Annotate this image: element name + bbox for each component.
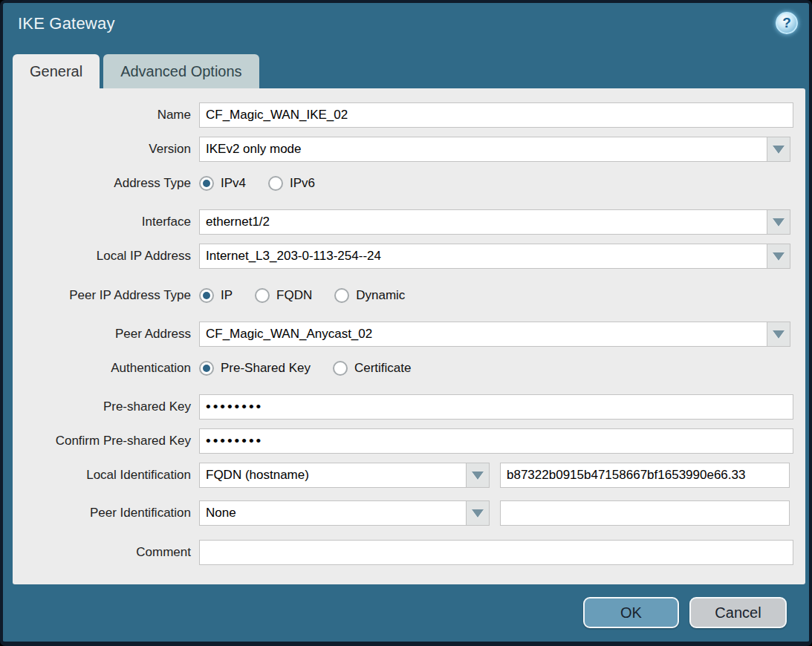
version-label: Version xyxy=(13,142,199,157)
chevron-down-icon xyxy=(773,218,785,226)
authentication-row: Authentication Pre-Shared Key Certificat… xyxy=(13,359,805,377)
local-identification-label: Local Identification xyxy=(13,468,199,483)
tab-bar: General Advanced Options xyxy=(13,54,259,89)
peer-ip-type-label: Peer IP Address Type xyxy=(13,288,199,303)
chevron-down-icon xyxy=(773,330,785,339)
confirm-pre-shared-key-row: Confirm Pre-shared Key xyxy=(13,428,805,454)
local-ip-row: Local IP Address xyxy=(13,244,805,269)
authentication-label: Authentication xyxy=(13,361,199,376)
radio-option-certificate[interactable]: Certificate xyxy=(333,361,412,376)
peer-address-dropdown[interactable] xyxy=(199,322,790,347)
tab-advanced-options[interactable]: Advanced Options xyxy=(103,54,259,88)
interface-dropdown[interactable] xyxy=(199,209,790,235)
dialog-title: IKE Gateway xyxy=(18,14,115,33)
help-icon[interactable]: ? xyxy=(776,12,798,34)
pre-shared-key-input[interactable] xyxy=(199,394,793,420)
local-identification-type-dropdown[interactable] xyxy=(199,463,490,488)
radio-icon[interactable] xyxy=(199,288,214,303)
local-identification-dropdown-trigger[interactable] xyxy=(467,463,490,488)
peer-identification-row: Peer Identification xyxy=(13,500,805,526)
address-type-label: Address Type xyxy=(13,176,199,191)
peer-identification-dropdown-trigger[interactable] xyxy=(467,500,490,526)
cancel-button[interactable]: Cancel xyxy=(689,597,787,628)
version-row: Version xyxy=(13,137,805,162)
local-identification-row: Local Identification xyxy=(13,463,805,488)
radio-label: Dynamic xyxy=(356,288,405,303)
local-identification-type-value[interactable] xyxy=(199,463,467,488)
peer-identification-label: Peer Identification xyxy=(13,506,199,521)
comment-row: Comment xyxy=(13,540,805,565)
ok-button[interactable]: OK xyxy=(583,597,679,628)
radio-option-ipv6[interactable]: IPv6 xyxy=(268,176,315,191)
version-dropdown[interactable] xyxy=(199,137,790,162)
chevron-down-icon xyxy=(773,252,785,261)
pre-shared-key-label: Pre-shared Key xyxy=(13,399,199,414)
radio-label: Certificate xyxy=(354,361,412,376)
radio-option-pre-shared-key[interactable]: Pre-Shared Key xyxy=(199,361,311,376)
chevron-down-icon xyxy=(472,472,484,480)
tab-general[interactable]: General xyxy=(13,54,100,89)
radio-label: FQDN xyxy=(276,288,312,303)
authentication-radio-group: Pre-Shared Key Certificate xyxy=(199,361,411,376)
comment-input[interactable] xyxy=(199,540,793,565)
radio-label: Pre-Shared Key xyxy=(221,361,311,376)
peer-address-label: Peer Address xyxy=(13,327,199,342)
peer-identification-value-input[interactable] xyxy=(500,500,790,526)
local-identification-value-input[interactable] xyxy=(500,463,790,488)
confirm-pre-shared-key-label: Confirm Pre-shared Key xyxy=(13,434,199,448)
local-ip-dropdown[interactable] xyxy=(199,244,790,269)
radio-label: IPv4 xyxy=(221,176,246,191)
address-type-radio-group: IPv4 IPv6 xyxy=(199,176,315,191)
radio-icon[interactable] xyxy=(199,361,214,376)
peer-address-row: Peer Address xyxy=(13,322,805,347)
peer-address-value[interactable] xyxy=(199,322,767,347)
radio-icon[interactable] xyxy=(199,176,214,191)
interface-label: Interface xyxy=(13,215,199,229)
chevron-down-icon xyxy=(773,146,785,154)
radio-option-ip[interactable]: IP xyxy=(199,288,233,303)
radio-option-fqdn[interactable]: FQDN xyxy=(255,288,312,303)
confirm-pre-shared-key-input[interactable] xyxy=(199,428,793,454)
radio-icon[interactable] xyxy=(334,288,349,303)
ike-gateway-dialog: IKE Gateway ? General Advanced Options N… xyxy=(0,0,812,646)
name-row: Name xyxy=(13,102,805,128)
peer-identification-type-dropdown[interactable] xyxy=(199,500,490,526)
local-ip-label: Local IP Address xyxy=(13,249,199,264)
interface-value[interactable] xyxy=(199,209,767,235)
local-ip-value[interactable] xyxy=(199,244,767,269)
radio-icon[interactable] xyxy=(333,361,348,376)
radio-icon[interactable] xyxy=(255,288,270,303)
general-tab-panel: Name Version Address Type IPv4 xyxy=(13,88,805,584)
version-value[interactable] xyxy=(199,137,767,162)
peer-address-dropdown-trigger[interactable] xyxy=(767,322,790,347)
chevron-down-icon xyxy=(472,509,484,518)
comment-label: Comment xyxy=(13,545,199,560)
pre-shared-key-row: Pre-shared Key xyxy=(13,394,805,420)
address-type-row: Address Type IPv4 IPv6 xyxy=(13,174,805,192)
version-dropdown-trigger[interactable] xyxy=(767,137,790,162)
name-input[interactable] xyxy=(199,102,793,128)
radio-option-ipv4[interactable]: IPv4 xyxy=(199,176,246,191)
peer-identification-type-value[interactable] xyxy=(199,500,467,526)
radio-label: IPv6 xyxy=(290,176,315,191)
interface-dropdown-trigger[interactable] xyxy=(767,209,790,235)
peer-ip-type-radio-group: IP FQDN Dynamic xyxy=(199,288,405,303)
radio-option-dynamic[interactable]: Dynamic xyxy=(334,288,405,303)
interface-row: Interface xyxy=(13,209,805,235)
radio-label: IP xyxy=(221,288,233,303)
radio-icon[interactable] xyxy=(268,176,283,191)
local-ip-dropdown-trigger[interactable] xyxy=(767,244,790,269)
peer-ip-type-row: Peer IP Address Type IP FQDN Dynamic xyxy=(13,287,805,304)
name-label: Name xyxy=(13,108,199,123)
